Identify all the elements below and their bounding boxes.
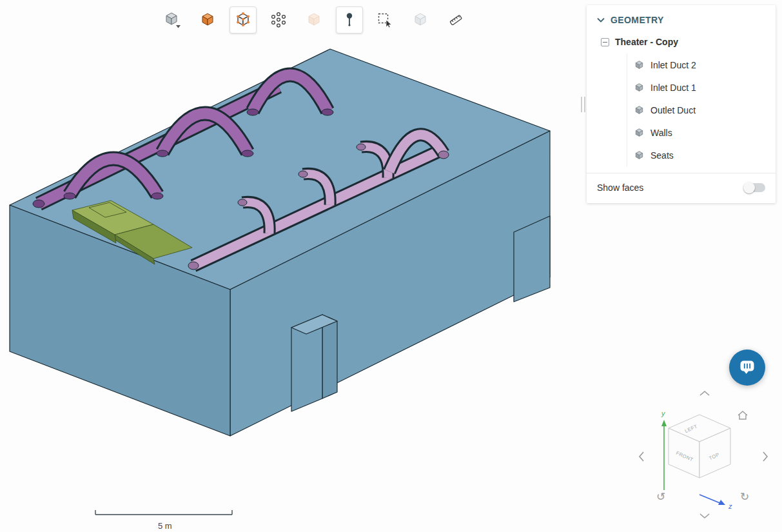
select-edges-button[interactable] (230, 6, 257, 34)
toolbar (159, 6, 469, 34)
scale-bar (95, 510, 232, 515)
tree-node-walls[interactable]: Walls (627, 121, 776, 144)
tree-node-theater-copy[interactable]: Theater - Copy (587, 33, 776, 51)
measure-ruler-icon (447, 12, 464, 28)
rotate-down-button[interactable] (698, 512, 711, 520)
chat-button[interactable] (729, 350, 765, 386)
tree-node-inlet-duct-2[interactable]: Inlet Duct 2 (627, 54, 776, 76)
view-cube-area: ↺ ↻ y z x LEFT FRONT TOP (635, 386, 777, 529)
panel-resize-handle[interactable] (581, 97, 585, 112)
tree-node-label: Walls (650, 128, 672, 138)
tree-root-label: Theater - Copy (615, 37, 678, 47)
simscale-workbench: 5 m (0, 0, 782, 532)
cube-icon (634, 150, 644, 160)
cube-vertices-icon (235, 12, 251, 28)
show-faces-toggle[interactable] (743, 183, 765, 192)
select-volumes-button[interactable] (194, 6, 221, 34)
geometry-tree: Theater - Copy Inlet Duct 2 (587, 33, 776, 166)
panel-title: GEOMETRY (611, 15, 664, 25)
select-vertices-button[interactable] (265, 6, 292, 34)
chevron-down-icon (597, 17, 605, 23)
show-faces-row: Show faces (587, 173, 776, 202)
display-mode-button[interactable] (159, 6, 186, 34)
tree-node-seats[interactable]: Seats (627, 144, 776, 166)
tree-node-outlet-duct[interactable]: Outlet Duct (627, 99, 776, 121)
isolate-volumes-button[interactable] (407, 6, 434, 34)
tree-node-label: Outlet Duct (650, 105, 696, 115)
cube-icon (634, 105, 644, 115)
rotate-right-button[interactable] (761, 450, 769, 463)
pale-cube-icon (306, 12, 322, 28)
box-select-button[interactable] (371, 6, 398, 34)
box-select-icon (376, 12, 393, 28)
model-walls[interactable] (10, 49, 550, 436)
cube-icon (634, 128, 644, 137)
orange-cube-icon (199, 12, 216, 28)
show-faces-label: Show faces (597, 182, 643, 193)
geometry-panel: GEOMETRY Theater - Copy Inlet Duct 2 (587, 5, 776, 203)
axis-z-label: z (728, 502, 732, 510)
cube-icon (634, 83, 644, 92)
probe-point-button[interactable] (336, 6, 363, 34)
gray-cube-icon (412, 12, 429, 28)
vertex-dots-icon (270, 12, 287, 28)
tree-node-label: Inlet Duct 2 (650, 60, 696, 70)
cube-dropdown-icon (163, 11, 181, 29)
scale-bar-label: 5 m (158, 521, 172, 531)
probe-pin-icon (341, 12, 358, 28)
toggle-knob (743, 182, 755, 193)
door-right-face (322, 315, 337, 399)
orientation-cube[interactable]: y z x LEFT FRONT TOP (648, 397, 751, 513)
panel-header[interactable]: GEOMETRY (587, 5, 776, 33)
tree-node-inlet-duct-1[interactable]: Inlet Duct 1 (627, 76, 776, 99)
measure-button[interactable] (442, 6, 469, 34)
collapse-minus-icon[interactable] (601, 38, 609, 46)
tree-node-label: Seats (650, 150, 674, 161)
rotate-left-button[interactable] (638, 450, 645, 463)
axis-y-label: y (661, 409, 666, 417)
chat-bubble-icon (738, 359, 756, 376)
select-faces-button[interactable] (300, 6, 327, 34)
cube-icon (634, 60, 644, 70)
tree-node-label: Inlet Duct 1 (650, 83, 696, 93)
